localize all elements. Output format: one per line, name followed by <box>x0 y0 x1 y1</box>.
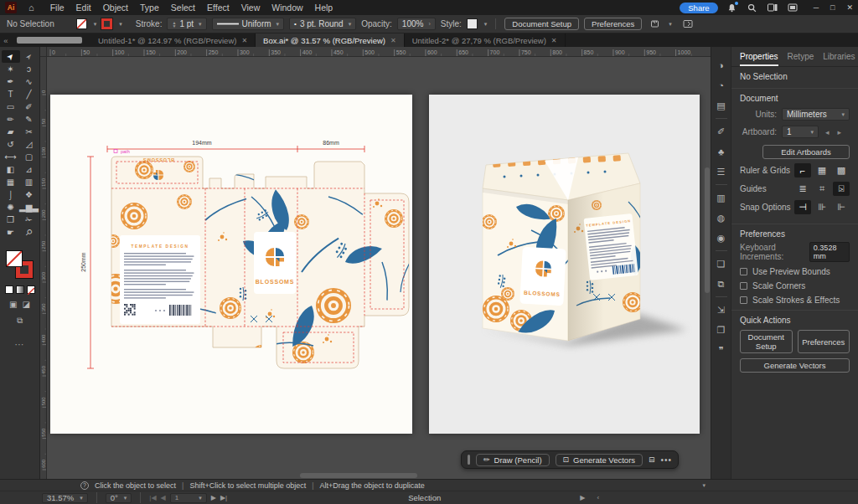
next-artboard-icon[interactable]: ▸ <box>836 128 844 136</box>
tool-scissors[interactable]: ✂ <box>20 126 39 138</box>
show-rulers-icon[interactable]: ⌐ <box>794 163 811 177</box>
document-tab-box-ai[interactable]: Box.ai* @ 31.57 % (RGB/Preview) ✕ <box>256 33 405 47</box>
tool-rotate[interactable]: ↺ <box>2 138 20 151</box>
vertical-ruler[interactable]: 050100150200250300350400450500550600 <box>40 57 47 479</box>
tab-properties[interactable]: Properties <box>740 52 778 66</box>
fill-swatch[interactable] <box>76 18 87 29</box>
checkbox-icon[interactable] <box>740 282 747 290</box>
panel-stroke-icon[interactable]: ☰ <box>714 162 729 182</box>
show-guides-icon[interactable]: ≣ <box>794 182 811 196</box>
qa-generate-vectors-button[interactable]: Generate Vectors <box>740 358 850 373</box>
menu-file[interactable]: File <box>44 0 70 15</box>
contextual-task-bar[interactable]: ✏ Draw (Pencil) ⊡ Generate Vectors ⊟ ••• <box>461 450 679 469</box>
panel-comments-icon[interactable]: ❞ <box>714 340 729 360</box>
show-grid-icon[interactable]: ▦ <box>814 163 830 177</box>
brush-dropdown[interactable]: • 3 pt. Round▾ <box>289 18 356 30</box>
dieline-artwork[interactable]: TEMPLATE DESIGN BLOSSOMS BLOSSOMS <box>50 95 412 434</box>
box-mockup[interactable]: TEMPLATE DESIGN BLOSSOMS <box>429 95 700 434</box>
panel-swatches-icon[interactable]: ▤ <box>714 95 729 116</box>
vertical-scrollbar-thumb[interactable] <box>705 167 710 293</box>
artboard-2-mockup[interactable]: TEMPLATE DESIGN BLOSSOMS <box>429 95 700 434</box>
export-screen-icon[interactable] <box>682 18 694 30</box>
panel-appearance-icon[interactable]: ◉ <box>714 228 729 248</box>
keyboard-increments-input[interactable]: 0.3528 mm <box>809 242 850 262</box>
taskbar-position-icon[interactable]: ⊟ <box>649 455 655 464</box>
next-artboard-icon2[interactable]: ▶ <box>211 494 216 501</box>
home-icon[interactable]: ⌂ <box>28 3 34 13</box>
menu-effect[interactable]: Effect <box>201 0 235 15</box>
snap-to-grid-icon[interactable]: ⊪ <box>814 200 830 214</box>
show-transparency-grid-icon[interactable]: ▩ <box>833 163 850 177</box>
menu-view[interactable]: View <box>235 0 266 15</box>
zoom-level-dropdown[interactable]: 31.57%▾ <box>42 493 88 503</box>
app-logo[interactable]: Ai <box>5 2 17 13</box>
stroke-color-swatch[interactable] <box>101 18 112 29</box>
style-swatch[interactable] <box>467 18 478 29</box>
tool-symbol-sprayer[interactable]: ✺ <box>2 201 20 213</box>
status-collapse-icon[interactable]: ‹ <box>597 494 599 501</box>
collapse-tabs-icon[interactable]: « <box>0 33 12 47</box>
stroke-weight-dropdown[interactable]: ▲▼ 1 pt▾ <box>167 18 206 30</box>
panel-layers-icon[interactable]: ⧉ <box>714 274 729 294</box>
tool-zoom[interactable]: ⚲ <box>20 226 39 239</box>
preferences-button[interactable]: Preferences <box>584 18 642 30</box>
panel-brushes-icon[interactable]: ✐ <box>714 121 729 141</box>
notifications-bell-icon[interactable] <box>726 2 738 13</box>
color-button[interactable] <box>5 285 13 294</box>
panel-transparency-icon[interactable]: ◍ <box>714 208 729 228</box>
qa-preferences-button[interactable]: Preferences <box>798 330 850 353</box>
stroke-label[interactable]: Stroke: <box>136 19 163 28</box>
tool-line-segment[interactable]: ╱ <box>20 88 39 100</box>
lock-guides-icon[interactable]: ⌗ <box>814 182 830 196</box>
checkbox-scale-strokes[interactable]: Scale Strokes & Effects <box>740 296 850 305</box>
draw-pencil-button[interactable]: ✏ Draw (Pencil) <box>476 454 550 466</box>
checkbox-icon[interactable] <box>740 268 747 275</box>
make-guides-icon[interactable]: ⍄ <box>833 182 850 196</box>
taskbar-drag-handle[interactable] <box>468 455 470 465</box>
arrange-documents-icon[interactable] <box>787 2 799 13</box>
checkbox-use-preview-bounds[interactable]: Use Preview Bounds <box>740 267 850 276</box>
opacity-value[interactable]: 100%› <box>397 18 436 30</box>
screen-mode-icon[interactable]: ⧉ <box>17 316 23 326</box>
tab-close-icon[interactable]: ✕ <box>241 37 247 44</box>
panel-artboards-icon[interactable]: ❐ <box>714 320 729 340</box>
units-settings-icon[interactable] <box>650 18 662 30</box>
width-profile-dropdown[interactable]: Uniform▾ <box>212 18 285 30</box>
tab-libraries[interactable]: Libraries <box>823 52 855 66</box>
maximize-button[interactable]: □ <box>830 3 835 12</box>
minimize-button[interactable]: ─ <box>814 3 819 12</box>
tool-free-transform[interactable]: ▢ <box>20 151 39 163</box>
checkbox-scale-corners[interactable]: Scale Corners <box>740 281 850 291</box>
hint-bar-chevron-icon[interactable]: ▾ <box>702 482 706 489</box>
tool-shaper[interactable]: ✎ <box>20 113 39 126</box>
units-dropdown[interactable]: Millimeters▾ <box>782 108 850 121</box>
snap-to-pixel-icon[interactable]: ⊩ <box>833 200 850 214</box>
stroke-stepper[interactable]: ▲▼ <box>172 21 176 28</box>
tool-eraser[interactable]: ▰ <box>2 126 20 138</box>
vertical-scrollbar[interactable] <box>705 59 710 471</box>
menu-select[interactable]: Select <box>165 0 201 15</box>
tab-retype[interactable]: Retype <box>788 52 814 66</box>
tool-scale[interactable]: ◿ <box>20 138 39 151</box>
menu-object[interactable]: Object <box>97 0 134 15</box>
toolbar-more-icon[interactable]: ⋯ <box>15 339 25 350</box>
tool-eyedropper[interactable]: ⌡ <box>2 188 20 201</box>
tool-artboard[interactable]: ❐ <box>2 213 20 226</box>
menu-edit[interactable]: Edit <box>70 0 97 15</box>
artboard-1-dieline[interactable]: TEMPLATE DESIGN BLOSSOMS BLOSSOMS <box>50 95 412 434</box>
tool-direct-selection[interactable]: ➣ <box>20 50 39 63</box>
canvas[interactable]: 0501001502002503003504004505005506006507… <box>40 47 711 479</box>
none-button[interactable] <box>27 285 35 294</box>
menu-help[interactable]: Help <box>309 0 339 15</box>
tool-mesh[interactable]: ▦ <box>2 176 20 188</box>
panel-gradient-icon[interactable]: ▥ <box>714 188 729 208</box>
tool-curvature[interactable]: ∿ <box>20 75 39 88</box>
close-button[interactable]: ✕ <box>846 3 853 12</box>
tool-selection[interactable]: ➤ <box>2 50 20 63</box>
panel-graphic-styles-icon[interactable]: ❏ <box>714 254 729 274</box>
panel-asset-export-icon[interactable]: ⇲ <box>714 300 729 320</box>
tool-blend[interactable]: ❖ <box>20 188 39 201</box>
document-tab-untitled-1[interactable]: Untitled-1* @ 124.97 % (RGB/Preview) ✕ <box>90 33 256 47</box>
tool-perspective-grid[interactable]: ⊿ <box>20 163 39 176</box>
fill-indicator[interactable] <box>6 250 23 267</box>
